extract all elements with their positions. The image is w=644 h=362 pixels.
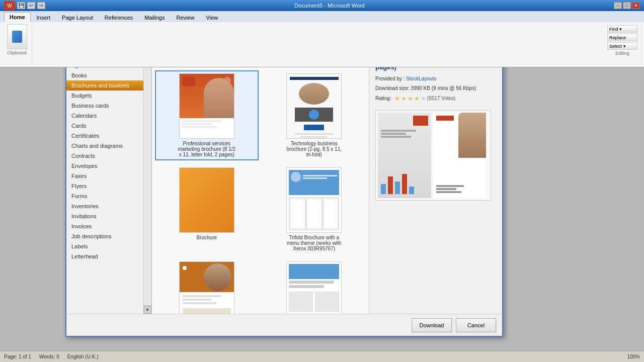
cancel-button[interactable]: Cancel bbox=[456, 318, 496, 332]
category-list: Featured Access databases Agendas Books … bbox=[66, 40, 143, 314]
preview-chart bbox=[381, 169, 416, 194]
sidebar-item-letterhead[interactable]: Letterhead bbox=[66, 251, 143, 261]
scroll-down-button[interactable]: ▼ bbox=[143, 306, 151, 314]
tab-review[interactable]: Review bbox=[171, 13, 200, 22]
minimize-button[interactable]: – bbox=[614, 2, 622, 9]
left-panel-scroll-area: Featured Access databases Agendas Books … bbox=[66, 40, 151, 314]
ribbon-content: Clipboard Find ▾ Replace Select ▾ Editin… bbox=[0, 22, 644, 67]
clipboard-label: Clipboard bbox=[7, 50, 27, 55]
ribbon-group-font bbox=[34, 24, 601, 65]
text-line-2 bbox=[436, 188, 456, 190]
template-label-2: Technology business brochure (2-pg, 8.5 … bbox=[284, 141, 344, 157]
left-panel-scrollbar: ▲ ▼ bbox=[143, 40, 151, 314]
sidebar-item-brochures[interactable]: Brochures and booklets bbox=[66, 80, 143, 90]
editing-label: Editing bbox=[615, 51, 629, 56]
chart-bar-2 bbox=[388, 176, 393, 194]
status-page: Page: 1 of 1 bbox=[4, 354, 31, 359]
detail-download-size: Download size: 3990 KB (9 mins @ 56 Kbps… bbox=[375, 85, 496, 91]
undo-button[interactable]: ↩ bbox=[27, 2, 35, 9]
template-thumb-1 bbox=[179, 73, 234, 139]
preview-person bbox=[458, 113, 486, 158]
tab-mailings[interactable]: Mailings bbox=[139, 13, 170, 22]
sidebar-item-books[interactable]: Books bbox=[66, 70, 143, 80]
template-label-3: Brochure bbox=[196, 235, 217, 240]
redo-button[interactable]: ↪ bbox=[37, 2, 45, 9]
template-professional-services[interactable]: Professional services marketing brochure… bbox=[155, 70, 259, 160]
tab-page-layout[interactable]: Page Layout bbox=[56, 13, 99, 22]
template-trifold[interactable]: Trifold Brochure with a menu theme (work… bbox=[263, 164, 366, 254]
sidebar-item-certificates[interactable]: Certificates bbox=[66, 131, 143, 141]
tab-references[interactable]: References bbox=[99, 13, 138, 22]
left-panel: Featured Access databases Agendas Books … bbox=[66, 40, 152, 314]
large-preview bbox=[375, 110, 491, 201]
right-panel: Professional services marketing brochure… bbox=[369, 40, 502, 314]
chart-bar-3 bbox=[395, 182, 400, 194]
large-preview-content bbox=[376, 111, 491, 200]
sidebar-item-cards[interactable]: Cards bbox=[66, 121, 143, 131]
tab-insert[interactable]: Insert bbox=[31, 13, 56, 22]
sidebar-item-invoices[interactable]: Invoices bbox=[66, 221, 143, 231]
tab-home[interactable]: Home bbox=[4, 12, 31, 22]
maximize-button[interactable]: □ bbox=[623, 2, 631, 9]
middle-panel: ◀ ▶ → ⊞ ↕ ☰ ▤ Brochures bbox=[152, 40, 369, 314]
sidebar-item-forms[interactable]: Forms bbox=[66, 191, 143, 201]
template-thumb-2 bbox=[286, 73, 342, 139]
dialog-body: Featured Access databases Agendas Books … bbox=[66, 40, 502, 314]
template-business-brochure[interactable]: Business brochure bbox=[155, 258, 259, 314]
star-1: ★ bbox=[394, 95, 400, 102]
select-button[interactable]: Select ▾ bbox=[607, 42, 637, 50]
rating-stars: Rating: ★ ★ ★ ★ ★ (5517 Votes) bbox=[375, 95, 496, 102]
sidebar-item-labels[interactable]: Labels bbox=[66, 241, 143, 251]
paste-icon bbox=[12, 31, 22, 43]
replace-button[interactable]: Replace bbox=[607, 34, 637, 41]
download-button[interactable]: Download bbox=[412, 318, 452, 332]
title-bar: W 💾 ↩ ↪ Document5 - Microsoft Word – □ ✕ bbox=[0, 0, 644, 11]
window-title: Document5 - Microsoft Word bbox=[45, 3, 614, 9]
star-2: ★ bbox=[401, 95, 407, 102]
chart-bar-1 bbox=[381, 184, 386, 194]
window-controls: – □ ✕ bbox=[614, 2, 640, 9]
template-technology-business[interactable]: Technology business brochure (2-pg, 8.5 … bbox=[263, 70, 366, 160]
template-thumb-5 bbox=[179, 261, 234, 314]
sidebar-item-job-descriptions[interactable]: Job descriptions bbox=[66, 231, 143, 241]
dialog-footer: Download Cancel bbox=[66, 314, 502, 336]
paste-button[interactable] bbox=[7, 24, 27, 49]
status-words: Words: 0 bbox=[39, 354, 59, 359]
sidebar-item-budgets[interactable]: Budgets bbox=[66, 90, 143, 101]
save-button[interactable]: 💾 bbox=[17, 2, 25, 9]
rating-label: Rating: bbox=[375, 96, 391, 101]
star-empty: ★ bbox=[421, 95, 426, 102]
star-3: ★ bbox=[408, 95, 413, 102]
text-line-3 bbox=[436, 191, 461, 193]
sidebar-item-inventories[interactable]: Inventories bbox=[66, 201, 143, 211]
sidebar-item-charts-diagrams[interactable]: Charts and diagrams bbox=[66, 141, 143, 151]
sidebar-item-invitations[interactable]: Invitations bbox=[66, 211, 143, 221]
sidebar-item-envelopes[interactable]: Envelopes bbox=[66, 161, 143, 171]
template-document-brochure[interactable]: Document brochure bbox=[263, 258, 366, 314]
chart-bar-5 bbox=[409, 187, 414, 194]
tab-view[interactable]: View bbox=[201, 13, 224, 22]
sidebar-item-flyers[interactable]: Flyers bbox=[66, 181, 143, 191]
sidebar-item-business-cards[interactable]: Business cards bbox=[66, 101, 143, 111]
template-grid: Professional services marketing brochure… bbox=[152, 67, 369, 314]
quick-access-toolbar: W 💾 ↩ ↪ bbox=[4, 1, 45, 10]
ribbon-group-clipboard: Clipboard bbox=[2, 24, 32, 65]
template-brochure-plain[interactable]: Brochure bbox=[155, 164, 259, 254]
detail-provider: Provided by : StockLayouts bbox=[375, 76, 496, 81]
star-half: ★ bbox=[414, 95, 420, 102]
find-button[interactable]: Find ▾ bbox=[607, 25, 637, 33]
template-thumb-3 bbox=[179, 167, 234, 233]
status-language: English (U.K.) bbox=[67, 354, 99, 359]
editing-buttons: Find ▾ Replace Select ▾ bbox=[607, 25, 637, 50]
text-line-1 bbox=[436, 185, 464, 187]
ribbon-tabs: Home Insert Page Layout References Maili… bbox=[0, 11, 644, 22]
sidebar-item-calendars[interactable]: Calendars bbox=[66, 111, 143, 121]
chart-bar-4 bbox=[402, 174, 407, 194]
template-thumb-6 bbox=[286, 261, 342, 314]
preview-text-lines bbox=[436, 185, 466, 193]
sidebar-item-contracts[interactable]: Contracts bbox=[66, 151, 143, 161]
sidebar-item-faxes[interactable]: Faxes bbox=[66, 171, 143, 181]
template-label-4: Trifold Brochure with a menu theme (work… bbox=[284, 235, 344, 251]
close-button[interactable]: ✕ bbox=[632, 2, 640, 9]
new-document-dialog: New Document ? ✕ Featured Access databas… bbox=[65, 25, 503, 337]
